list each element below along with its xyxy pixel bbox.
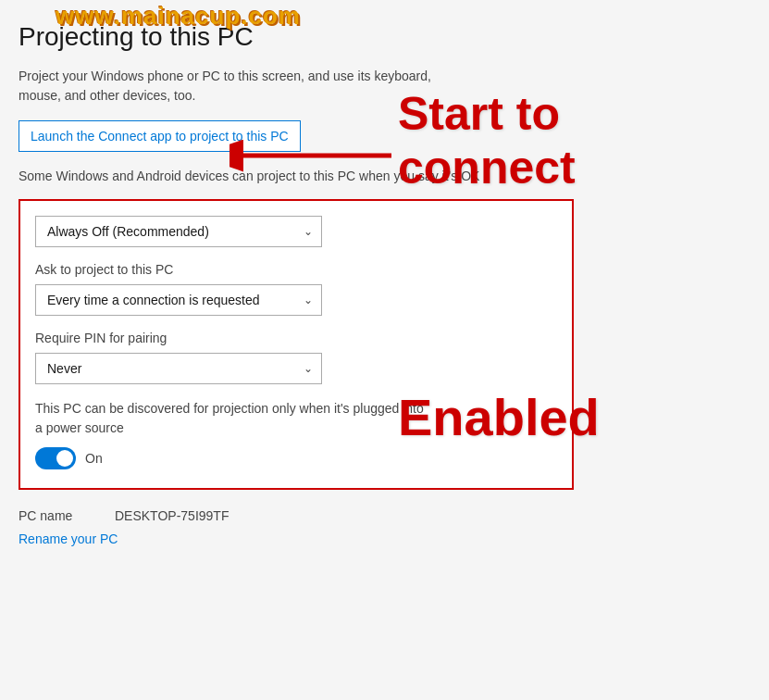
availability-dropdown-wrapper: Always Off (Recommended) Available every…: [35, 216, 322, 247]
power-text: This PC can be discovered for projection…: [35, 399, 424, 438]
pin-dropdown[interactable]: Never First time Always: [35, 353, 322, 384]
ask-label: Ask to project to this PC: [35, 262, 557, 277]
page-description: Project your Windows phone or PC to this…: [19, 67, 463, 106]
pin-dropdown-wrapper: Never First time Always ⌄: [35, 353, 322, 384]
pc-name-row: PC name DESKTOP-75I99TF: [19, 508, 750, 523]
toggle-on-label: On: [85, 451, 103, 466]
power-row: This PC can be discovered for projection…: [35, 399, 557, 469]
ask-dropdown-wrapper: Every time a connection is requested Fir…: [35, 284, 322, 316]
rename-pc-link[interactable]: Rename your PC: [19, 531, 118, 546]
launch-connect-link[interactable]: Launch the Connect app to project to thi…: [19, 120, 301, 152]
settings-box: Always Off (Recommended) Available every…: [19, 199, 574, 490]
page-title: Projecting to this PC: [19, 22, 750, 52]
power-toggle-row: On: [35, 447, 557, 469]
pc-name-key: PC name: [19, 508, 93, 523]
availability-dropdown[interactable]: Always Off (Recommended) Available every…: [35, 216, 322, 247]
toggle-knob: [56, 450, 73, 467]
pc-name-value: DESKTOP-75I99TF: [115, 508, 229, 523]
pin-label: Require PIN for pairing: [35, 331, 557, 345]
section-note: Some Windows and Android devices can pro…: [19, 167, 500, 186]
ask-dropdown[interactable]: Every time a connection is requested Fir…: [35, 284, 322, 316]
power-toggle[interactable]: [35, 447, 76, 469]
